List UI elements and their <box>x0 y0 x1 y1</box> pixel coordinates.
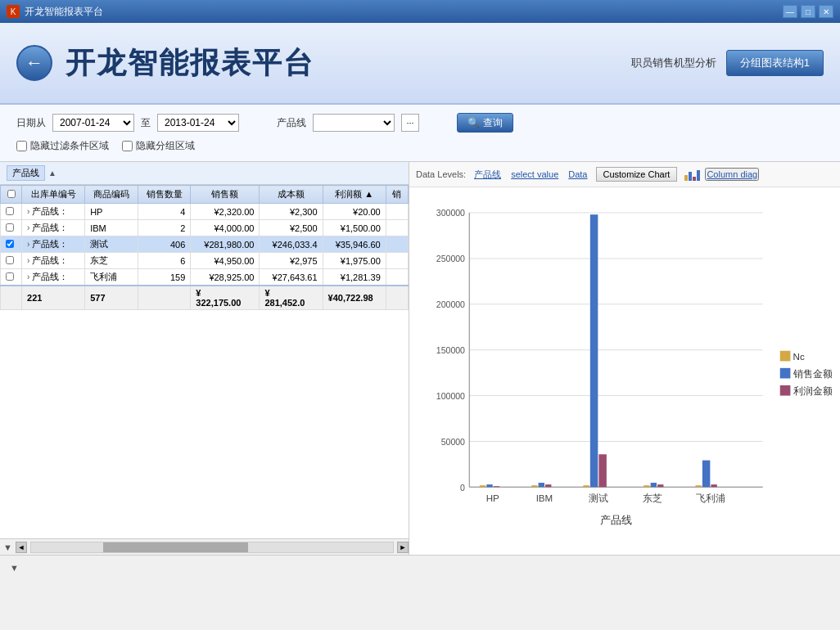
breadcrumb-product-line[interactable]: 产品线 <box>472 169 503 181</box>
data-levels-label: Data Levels: <box>416 169 466 179</box>
svg-rect-22 <box>494 486 499 487</box>
svg-rect-20 <box>480 485 485 487</box>
query-label: 查询 <box>483 116 503 130</box>
chart-toolbar: Data Levels: 产品线 select value Data Custo… <box>409 162 840 187</box>
row-checkbox[interactable] <box>6 223 14 232</box>
svg-rect-29 <box>644 485 649 487</box>
row-extra <box>386 253 408 269</box>
select-all-checkbox[interactable] <box>7 190 16 198</box>
svg-text:50000: 50000 <box>441 437 465 447</box>
footer-profit: ¥40,722.98 <box>323 286 386 310</box>
col-header-extra: 销 <box>386 186 408 204</box>
row-sales: ¥281,980.00 <box>191 236 260 253</box>
title-bar-controls: — □ ✕ <box>783 5 833 18</box>
close-btn[interactable]: ✕ <box>819 5 833 18</box>
svg-rect-41 <box>780 351 791 362</box>
row-checkbox[interactable] <box>6 207 14 215</box>
minimize-btn[interactable]: — <box>783 5 797 18</box>
breadcrumb-select-value[interactable]: select value <box>509 169 560 179</box>
main-content: 产品线 ▲ 出库单编号 商品编码 销售数量 销售额 成本额 利润额 ▲ 销 <box>0 162 840 555</box>
table-wrapper: 出库单编号 商品编码 销售数量 销售额 成本额 利润额 ▲ 销 › 产品线： H… <box>0 185 409 538</box>
bar-chart-icon <box>684 167 702 182</box>
scroll-right-btn[interactable]: ► <box>397 542 409 553</box>
row-checkbox-cell <box>1 204 22 220</box>
svg-rect-24 <box>539 483 544 487</box>
table-row[interactable]: › 产品线： 飞利浦 159 ¥28,925.00 ¥27,643.61 ¥1,… <box>1 269 409 286</box>
scroll-thumb <box>103 542 248 552</box>
col-header-cost: 成本额 <box>260 186 323 204</box>
table-row[interactable]: › 产品线： 东芝 6 ¥4,950.00 ¥2,975 ¥1,975.00 <box>1 253 409 269</box>
to-label: 至 <box>141 116 151 130</box>
row-qty: 2 <box>138 220 191 236</box>
title-bar-label: 开龙智能报表平台 <box>25 5 783 19</box>
row-checkbox[interactable] <box>6 256 14 264</box>
footer-col2: 577 <box>85 286 138 310</box>
date-to-input[interactable]: 2013-01-24 <box>157 114 239 132</box>
header-right: 职员销售机型分析 分组图表结构1 <box>631 50 824 76</box>
svg-text:IBM: IBM <box>536 493 553 503</box>
row-expand[interactable]: › 产品线： <box>22 204 85 220</box>
status-filter-icon[interactable]: ▼ <box>7 563 22 573</box>
hide-group-checkbox[interactable]: 隐藏分组区域 <box>122 139 195 153</box>
hide-filter-input[interactable] <box>16 141 27 151</box>
sort-icon[interactable]: ▲ <box>48 169 56 178</box>
col-header-qty: 销售数量 <box>138 186 191 204</box>
svg-rect-1 <box>689 172 692 181</box>
svg-text:150000: 150000 <box>436 345 465 355</box>
tab-button[interactable]: 分组图表结构1 <box>726 50 824 76</box>
row-qty: 6 <box>138 253 191 269</box>
svg-text:东芝: 东芝 <box>643 493 662 503</box>
row-checkbox[interactable] <box>6 272 14 281</box>
svg-text:0: 0 <box>460 483 465 493</box>
date-from-input[interactable]: 2007-01-24 <box>52 114 134 132</box>
row-cost: ¥27,643.61 <box>260 269 323 286</box>
filter-icon[interactable]: ▼ <box>0 542 16 552</box>
row-expand[interactable]: › 产品线： <box>22 253 85 269</box>
svg-text:飞利浦: 飞利浦 <box>696 493 725 503</box>
row-expand[interactable]: › 产品线： <box>22 269 85 286</box>
query-button[interactable]: 🔍 查询 <box>457 113 513 133</box>
svg-text:100000: 100000 <box>436 391 465 401</box>
table-row[interactable]: › 产品线： IBM 2 ¥4,000.00 ¥2,500 ¥1,500.00 <box>1 220 409 236</box>
breadcrumb-data[interactable]: Data <box>567 169 589 179</box>
back-button[interactable]: ← <box>16 45 52 81</box>
product-line-select[interactable] <box>313 114 395 132</box>
col-header-order: 出库单编号 <box>22 186 85 204</box>
table-row[interactable]: › 产品线： 测试 406 ¥281,980.00 ¥246,033.4 ¥35… <box>1 236 409 253</box>
dots-button[interactable]: ··· <box>401 114 419 132</box>
footer-sales: ¥322,175.00 <box>191 286 260 310</box>
footer-row: 221 577 ¥322,175.00 ¥281,452.0 ¥40,722.9… <box>1 286 409 310</box>
bar-chart-svg: 300000 250000 200000 150000 100000 50000… <box>418 196 832 558</box>
scroll-track[interactable] <box>30 542 394 553</box>
left-panel: 产品线 ▲ 出库单编号 商品编码 销售数量 销售额 成本额 利润额 ▲ 销 <box>0 162 409 555</box>
svg-rect-43 <box>780 368 791 379</box>
column-diag-link[interactable]: Column diag <box>705 168 759 181</box>
row-extra <box>386 204 408 220</box>
scroll-left-btn[interactable]: ◄ <box>16 542 27 553</box>
svg-rect-31 <box>657 484 663 487</box>
svg-text:产品线: 产品线 <box>600 515 632 526</box>
hide-filter-checkbox[interactable]: 隐藏过滤条件区域 <box>16 139 109 153</box>
row-checkbox[interactable] <box>6 240 14 248</box>
svg-rect-28 <box>598 454 606 487</box>
status-bar: ▼ <box>0 555 840 579</box>
row-extra <box>386 236 408 253</box>
svg-text:200000: 200000 <box>436 299 465 309</box>
app-icon: K <box>7 5 20 18</box>
row-expand[interactable]: › 产品线： <box>22 220 85 236</box>
table-row[interactable]: › 产品线： HP 4 ¥2,320.00 ¥2,300 ¥20.00 <box>1 204 409 220</box>
svg-rect-32 <box>695 485 701 487</box>
svg-rect-21 <box>486 484 492 487</box>
hide-group-input[interactable] <box>122 141 133 151</box>
row-sales: ¥4,000.00 <box>191 220 260 236</box>
svg-text:Nc: Nc <box>793 352 805 362</box>
maximize-btn[interactable]: □ <box>801 5 815 18</box>
customize-chart-button[interactable]: Customize Chart <box>596 167 678 182</box>
footer-col1: 221 <box>22 286 85 310</box>
y-axis: 300000 250000 200000 150000 100000 50000… <box>436 208 763 492</box>
magnify-icon: 🔍 <box>467 117 480 128</box>
row-expand[interactable]: › 产品线： <box>22 236 85 253</box>
svg-text:利润金额: 利润金额 <box>793 386 832 397</box>
filter-area: 日期从 2007-01-24 至 2013-01-24 产品线 ··· 🔍 查询… <box>0 105 840 162</box>
svg-rect-23 <box>531 485 537 487</box>
